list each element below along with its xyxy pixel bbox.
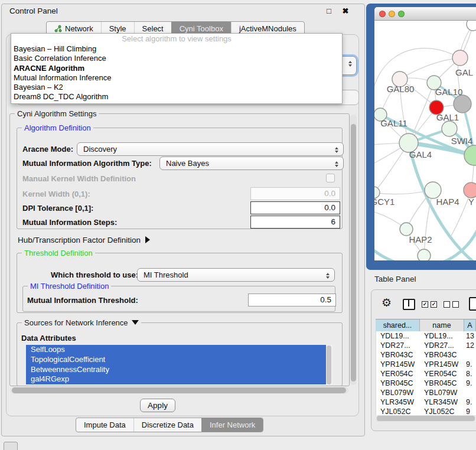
table-horizontal-scrollbar-thumb[interactable] — [377, 416, 475, 421]
table-row[interactable]: YJL052CYJL052C9 — [376, 407, 476, 415]
network-icon — [54, 25, 62, 32]
network-node-swi4[interactable] — [442, 121, 457, 136]
apply-button[interactable]: Apply — [140, 399, 175, 412]
float-window-icon[interactable]: □ — [324, 6, 334, 17]
algorithm-option-mutual-information-inference[interactable]: Mutual Information Inference — [11, 73, 342, 83]
table-cell: YLR345W — [376, 397, 420, 407]
table-cell: YJL052C — [420, 407, 464, 415]
table-cell: YJL052C — [376, 407, 420, 415]
tab-label: Style — [109, 24, 126, 33]
table-row[interactable]: YBL079WYBL079W — [376, 388, 476, 397]
table-row[interactable]: YLR345WYLR345W9. — [376, 397, 476, 407]
mi-threshold-input[interactable]: 0.5 — [248, 294, 336, 306]
table-row[interactable]: YBR043CYBR043C — [376, 350, 476, 360]
tab-label: Infer Network — [210, 420, 255, 429]
threshold-definition-title: Threshold Definition — [22, 249, 95, 257]
close-traffic-light-icon[interactable] — [379, 11, 386, 17]
which-threshold-label: Which threshold to use: — [51, 270, 138, 279]
tab-label: Impute Data — [84, 420, 126, 429]
attribute-item-betweennesscentrality[interactable]: BetweennessCentrality — [26, 365, 326, 375]
dpi-tolerance-input[interactable]: 0.0 — [250, 201, 340, 214]
table-cell: YDR27... — [376, 341, 420, 350]
mi-type-value: Naive Bayes — [166, 159, 209, 168]
data-attributes-label: Data Attributes — [21, 334, 76, 343]
node-label-y: Y — [468, 197, 474, 207]
network-node-hap4[interactable] — [425, 182, 441, 198]
algorithm-option-dream8-dc-tdc-algorithm[interactable]: Dream8 DC_TDC Algorithm — [11, 92, 342, 102]
node-label-gal11: GAL11 — [380, 118, 407, 128]
table-cell: 9 — [464, 407, 476, 415]
collapse-down-icon — [132, 320, 139, 325]
which-threshold-select[interactable]: MI Threshold — [137, 268, 335, 282]
expand-right-icon — [145, 236, 150, 243]
network-canvas[interactable]: GALGAL80GAL10GAL1GAL11SWI4GAL4GCY1HAP4YH… — [374, 21, 476, 260]
deselect-all-checkboxes-icon[interactable] — [444, 301, 459, 308]
column-header-shared[interactable]: shared... — [376, 319, 420, 331]
minimize-traffic-light-icon[interactable] — [389, 11, 395, 17]
tab-impute-data[interactable]: Impute Data — [76, 418, 133, 432]
table-row[interactable]: YPR145WYPR145W9. — [376, 360, 476, 369]
algorithm-option-bayesian-hill-climbing[interactable]: Bayesian – Hill Climbing — [11, 44, 342, 54]
table-cell: YBR045C — [420, 379, 464, 388]
settings-vertical-scrollbar-thumb[interactable] — [351, 124, 356, 381]
table-panel-title: Table Panel — [374, 275, 416, 283]
table-row[interactable]: YER054CYER054C8. — [376, 369, 476, 379]
table-row[interactable]: YDR27...YDR27...12 — [376, 341, 476, 350]
columns-icon[interactable] — [403, 299, 415, 310]
mi-type-select[interactable]: Naive Bayes — [159, 156, 344, 170]
network-node-y[interactable] — [464, 182, 476, 198]
network-node-unlabeled[interactable] — [464, 145, 476, 165]
column-header-name[interactable]: name — [420, 319, 464, 331]
scrollbar-thumb[interactable] — [327, 345, 331, 384]
table-cell: YER054C — [420, 369, 464, 379]
hub-definition-toggle[interactable]: Hub/Transcription Factor Definition — [18, 236, 150, 244]
attributes-list-scrollbar[interactable] — [326, 345, 332, 385]
stepper-icon — [326, 273, 330, 279]
algorithm-option-bayesian-k2[interactable]: Bayesian – K2 — [11, 83, 342, 92]
kernel-width-input[interactable]: 0.0 — [250, 187, 340, 200]
network-node-gal[interactable] — [452, 50, 468, 66]
node-label-swi4: SWI4 — [451, 136, 473, 146]
close-icon[interactable]: ✖ — [340, 6, 351, 17]
attribute-item-selfloops[interactable]: SelfLoops — [26, 345, 326, 355]
algorithm-option-aracne-algorithm[interactable]: ARACNE Algorithm — [11, 64, 342, 73]
network-node-unlabeled[interactable] — [467, 21, 476, 31]
table-row[interactable]: YBR045CYBR045C9. — [376, 379, 476, 388]
algorithm-combo-edge[interactable] — [341, 56, 357, 75]
zoom-traffic-light-icon[interactable] — [398, 11, 405, 17]
manual-kernel-checkbox[interactable] — [326, 174, 335, 182]
tab-discretize-data[interactable]: Discretize Data — [133, 418, 201, 432]
stepper-icon — [335, 161, 339, 167]
node-label-gal10: GAL10 — [435, 87, 463, 97]
table-cell: 8. — [464, 369, 476, 379]
attribute-item-gal4rgexp[interactable]: gal4RGexp — [26, 374, 326, 384]
control-panel-title: Control Panel — [9, 6, 58, 15]
mi-steps-input[interactable]: 6 — [250, 216, 340, 229]
gear-icon[interactable]: ⚙ — [382, 296, 392, 309]
manual-kernel-label: Manual Kernel Width Definition — [22, 174, 136, 183]
hub-definition-label: Hub/Transcription Factor Definition — [18, 236, 141, 244]
network-node-hap2[interactable] — [400, 223, 413, 236]
aracne-mode-select[interactable]: Discovery — [77, 142, 344, 156]
algorithm-option-basic-correlation-inference[interactable]: Basic Correlation Inference — [11, 54, 342, 63]
network-node-unlabeled[interactable] — [454, 95, 471, 113]
column-header-a[interactable]: A — [464, 319, 476, 331]
settings-horizontal-scrollbar-thumb[interactable] — [12, 387, 346, 393]
network-node-unlabeled[interactable] — [418, 249, 431, 260]
which-threshold-value: MI Threshold — [144, 270, 188, 279]
select-all-checkboxes-icon[interactable]: ✓✓ — [422, 301, 437, 308]
collapsed-panel-icon[interactable] — [4, 442, 18, 450]
document-icon[interactable] — [469, 297, 476, 311]
node-label-gcy1: GCY1 — [374, 197, 395, 207]
table-cell: YPR145W — [376, 360, 420, 369]
tab-infer-network[interactable]: Infer Network — [201, 418, 263, 432]
sources-toggle[interactable]: Sources for Network Inference — [22, 318, 141, 327]
network-graph[interactable]: GALGAL80GAL10GAL1GAL11SWI4GAL4GCY1HAP4YH… — [374, 21, 476, 260]
settings-group-title: Cyni Algorithm Settings — [15, 109, 99, 118]
network-window-titlebar[interactable] — [374, 7, 476, 21]
table-row[interactable]: YDL19...YDL19...13 — [376, 331, 476, 341]
table-cell: 12 — [464, 341, 476, 350]
mi-steps-label: Mutual Information Steps: — [22, 218, 117, 227]
table-cell: 9. — [464, 397, 476, 407]
attribute-item-topologicalcoefficient[interactable]: TopologicalCoefficient — [26, 355, 326, 365]
